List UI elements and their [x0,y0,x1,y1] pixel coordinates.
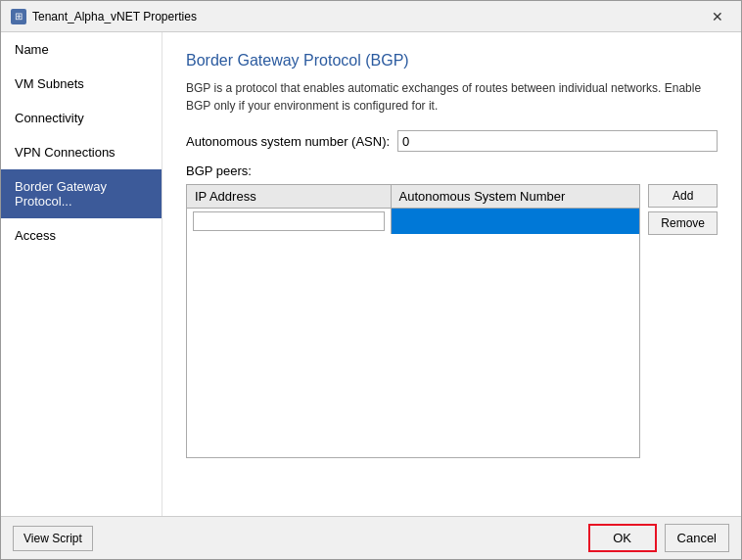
cancel-button[interactable]: Cancel [665,524,729,552]
col-asn: Autonomous System Number [391,185,639,209]
sidebar-item-name[interactable]: Name [1,32,162,67]
close-button[interactable]: ✕ [704,7,731,26]
bgp-peers-label: BGP peers: [186,163,718,178]
window-title: Tenant_Alpha_vNET Properties [32,10,197,23]
add-button[interactable]: Add [648,184,718,208]
asn-row: Autonomous system number (ASN): [186,130,718,152]
table-header-row: IP Address Autonomous System Number [187,185,639,209]
main-panel: Border Gateway Protocol (BGP) BGP is a p… [162,32,741,516]
sidebar-item-vm-subnets[interactable]: VM Subnets [1,67,162,101]
table-row[interactable] [187,209,639,235]
peers-container: IP Address Autonomous System Number [186,184,718,458]
sidebar-item-vpn-connections[interactable]: VPN Connections [1,135,162,169]
content-area: Name VM Subnets Connectivity VPN Connect… [1,32,741,516]
sidebar-item-border-gateway[interactable]: Border Gateway Protocol... [1,169,162,218]
window-icon: ⊞ [11,9,26,24]
peers-table-wrapper: IP Address Autonomous System Number [186,184,640,458]
panel-description: BGP is a protocol that enables automatic… [186,79,718,115]
main-window: ⊞ Tenant_Alpha_vNET Properties ✕ Name VM… [0,0,742,560]
footer-right: OK Cancel [588,524,729,552]
sidebar-item-connectivity[interactable]: Connectivity [1,101,162,135]
view-script-button[interactable]: View Script [13,526,93,551]
peers-table-buttons: Add Remove [648,184,718,458]
asn-input[interactable] [397,130,718,152]
cell-ip [187,209,391,235]
ok-button[interactable]: OK [588,524,657,552]
panel-title: Border Gateway Protocol (BGP) [186,52,718,70]
asn-label: Autonomous system number (ASN): [186,134,390,149]
cell-asn [391,209,639,235]
peers-table: IP Address Autonomous System Number [187,185,639,234]
footer: View Script OK Cancel [1,516,741,559]
title-bar: ⊞ Tenant_Alpha_vNET Properties ✕ [1,1,741,32]
remove-button[interactable]: Remove [648,211,718,235]
footer-left: View Script [13,526,93,551]
sidebar-item-access[interactable]: Access [1,218,162,253]
ip-input[interactable] [193,211,385,231]
col-ip-address: IP Address [187,185,391,209]
sidebar: Name VM Subnets Connectivity VPN Connect… [1,32,162,516]
title-bar-left: ⊞ Tenant_Alpha_vNET Properties [11,9,197,24]
